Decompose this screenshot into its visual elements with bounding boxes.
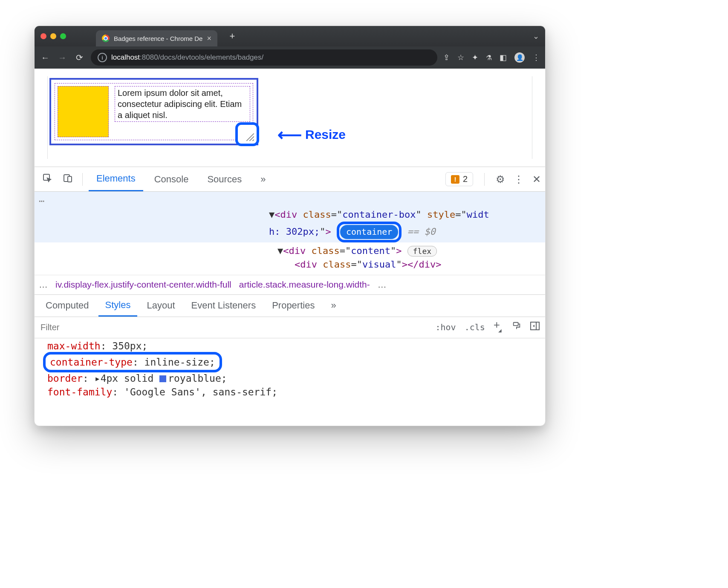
url-path: /docs/devtools/elements/badges/ <box>158 53 264 61</box>
css-pane[interactable]: max-width: 350px; container-type: inline… <box>35 338 545 402</box>
browser-tab[interactable]: Badges reference - Chrome De × <box>96 30 217 46</box>
content-row: Lorem ipsum dolor sit amet, consectetur … <box>55 83 253 140</box>
browser-window: Badges reference - Chrome De × + ⌄ ← → ⟳… <box>34 26 546 426</box>
dom-node-visual[interactable]: <div class="visual"></div> <box>277 258 541 271</box>
css-val: 4px solid <box>101 373 159 384</box>
svg-rect-3 <box>514 323 518 326</box>
crumb-more-left[interactable]: … <box>39 280 48 290</box>
close-tab-icon[interactable]: × <box>207 34 211 43</box>
css-row-border[interactable]: border: ▸4px solid royalblue; <box>47 372 537 385</box>
bookmark-icon[interactable]: ☆ <box>457 53 464 62</box>
devtools-menu-icon[interactable]: ⋮ <box>514 173 524 185</box>
resize-handle[interactable] <box>235 122 259 146</box>
new-tab-button[interactable]: + <box>226 30 239 43</box>
dom-breadcrumbs[interactable]: … iv.display-flex.justify-content-center… <box>35 275 545 295</box>
container-badge-highlight: container <box>337 222 402 242</box>
css-prop: border <box>47 373 83 384</box>
styles-filter-row: :hov .cls +◢ <box>35 317 545 338</box>
tab-computed[interactable]: Computed <box>39 295 96 317</box>
crumb-2[interactable]: article.stack.measure-long.width- <box>239 280 370 290</box>
window-controls <box>40 33 66 39</box>
container-type-highlight: container-type: inline-size; <box>43 352 222 372</box>
toolbar: ← → ⟳ i localhost:8080/docs/devtools/ele… <box>35 46 545 69</box>
url: localhost:8080/docs/devtools/elements/ba… <box>111 53 263 62</box>
tab-elements[interactable]: Elements <box>89 167 143 191</box>
back-button[interactable]: ← <box>40 53 51 63</box>
css-row-container-type[interactable]: container-type: inline-size; <box>47 353 537 372</box>
dom-node-content[interactable]: ▼<div class="content"> flex <box>277 244 541 258</box>
styles-tabs: Computed Styles Layout Event Listeners P… <box>35 295 545 317</box>
new-rule-icon[interactable]: +◢ <box>494 318 503 331</box>
forward-button[interactable]: → <box>57 53 68 63</box>
devtools-tabs: Elements Console Sources » ! 2 ⚙ ⋮ ✕ <box>35 167 545 192</box>
maximize-window-button[interactable] <box>60 33 66 39</box>
tabs-menu-icon[interactable]: ⌄ <box>533 32 539 41</box>
tab-properties[interactable]: Properties <box>265 295 321 317</box>
site-info-icon[interactable]: i <box>98 53 107 62</box>
tab-styles-more[interactable]: » <box>324 295 343 317</box>
labs-icon[interactable]: ⚗ <box>486 54 492 62</box>
menu-kebab-icon[interactable]: ⋮ <box>532 53 540 62</box>
close-window-button[interactable] <box>40 33 46 39</box>
svg-rect-4 <box>531 322 539 330</box>
tab-console[interactable]: Console <box>147 167 196 191</box>
url-port: :8080 <box>140 53 158 61</box>
dollar-zero-hint: == $0 <box>407 226 436 237</box>
url-host: localhost <box>111 53 140 61</box>
css-val: royalblue <box>168 373 221 384</box>
tab-more[interactable]: » <box>253 167 273 191</box>
visual-block <box>58 86 109 137</box>
css-prop: font-family <box>47 386 112 398</box>
css-val: 350px <box>112 340 142 352</box>
toolbar-actions: ⇪ ☆ ✦ ⚗ ◧ 👤 ⋮ <box>443 52 540 63</box>
hov-toggle[interactable]: :hov <box>435 322 456 332</box>
toggle-sidebar-icon[interactable] <box>530 321 540 333</box>
css-prop: max-width <box>47 340 101 352</box>
page-viewport: Lorem ipsum dolor sit amet, consectetur … <box>35 69 545 167</box>
container-badge[interactable]: container <box>340 225 398 239</box>
css-row-font-family[interactable]: font-family: 'Google Sans', sans-serif; <box>47 385 537 399</box>
share-icon[interactable]: ⇪ <box>443 53 450 62</box>
tab-layout[interactable]: Layout <box>140 295 182 317</box>
devtools: Elements Console Sources » ! 2 ⚙ ⋮ ✕ ⋯ ▼… <box>35 167 545 426</box>
annotation-label: Resize <box>305 127 346 142</box>
css-val: inline-size <box>144 357 209 368</box>
css-row-max-width[interactable]: max-width: 350px; <box>47 339 537 353</box>
tab-event-listeners[interactable]: Event Listeners <box>185 295 263 317</box>
tab-sources[interactable]: Sources <box>199 167 249 191</box>
cls-toggle[interactable]: .cls <box>465 322 485 332</box>
dom-tree[interactable]: ⋯ ▼<div class="container-box" style="wid… <box>35 192 545 275</box>
devtools-close-icon[interactable]: ✕ <box>532 173 541 185</box>
tab-styles[interactable]: Styles <box>98 295 138 317</box>
paint-icon[interactable] <box>512 321 521 333</box>
crumb-1[interactable]: iv.display-flex.justify-content-center.w… <box>55 280 231 290</box>
titlebar: Badges reference - Chrome De × + ⌄ <box>35 26 545 46</box>
color-swatch-icon[interactable] <box>159 375 166 382</box>
flex-badge[interactable]: flex <box>407 246 437 257</box>
extensions-icon[interactable]: ✦ <box>472 53 478 62</box>
crumb-more-right[interactable]: … <box>378 280 387 290</box>
styles-filter-input[interactable] <box>40 322 168 333</box>
dom-node-container-box[interactable]: ▼<div class="container-box" style="widt <box>269 208 541 222</box>
profile-avatar-icon[interactable]: 👤 <box>514 52 525 63</box>
lorem-text: Lorem ipsum dolor sit amet, consectetur … <box>115 86 250 122</box>
dom-node-container-box-cont[interactable]: h: 302px;"> container == $0 <box>269 222 541 242</box>
css-prop: container-type <box>50 357 133 368</box>
dom-collapsed-icon[interactable]: ⋯ <box>39 196 44 206</box>
svg-rect-2 <box>68 176 72 182</box>
container-box[interactable]: Lorem ipsum dolor sit amet, consectetur … <box>49 78 258 145</box>
issues-button[interactable]: ! 2 <box>445 172 473 186</box>
warning-icon: ! <box>451 175 459 184</box>
settings-icon[interactable]: ⚙ <box>496 173 505 185</box>
address-bar[interactable]: i localhost:8080/docs/devtools/elements/… <box>91 49 437 66</box>
issues-count: 2 <box>463 174 468 184</box>
resize-annotation: ⟵ Resize <box>277 127 346 142</box>
minimize-window-button[interactable] <box>50 33 56 39</box>
device-toggle-icon[interactable] <box>59 173 76 186</box>
sidepanel-icon[interactable]: ◧ <box>500 53 507 62</box>
inspect-icon[interactable] <box>39 173 56 186</box>
page-content: Lorem ipsum dolor sit amet, consectetur … <box>47 76 532 159</box>
reload-button[interactable]: ⟳ <box>74 52 85 63</box>
chrome-icon <box>102 35 110 42</box>
tab-title: Badges reference - Chrome De <box>114 35 202 42</box>
